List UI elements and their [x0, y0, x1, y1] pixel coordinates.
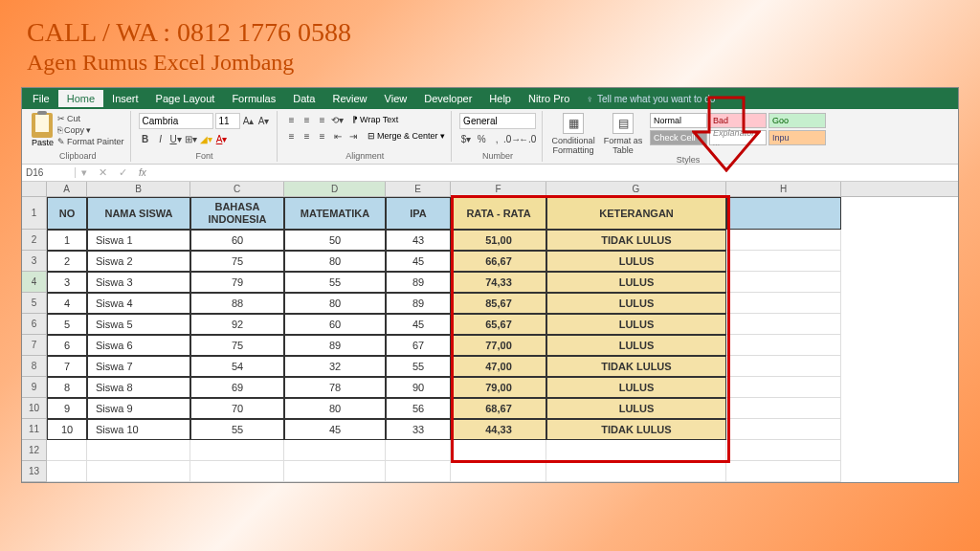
- cell-ipa[interactable]: 89: [386, 272, 451, 293]
- align-left-icon[interactable]: ≡: [285, 129, 299, 143]
- row-head[interactable]: 8: [22, 356, 47, 377]
- cell-ket[interactable]: TIDAK LULUS: [546, 230, 726, 251]
- cell-mat[interactable]: 50: [284, 230, 386, 251]
- tell-me[interactable]: ♀ Tell me what you want to do: [586, 94, 715, 104]
- col-B[interactable]: B: [87, 182, 190, 196]
- copy-button[interactable]: ⎘ Copy ▾: [57, 124, 124, 136]
- cell-bi[interactable]: 92: [190, 314, 284, 335]
- hdr-ket[interactable]: KETERANGAN: [546, 197, 726, 230]
- border-button[interactable]: ⊞▾: [185, 132, 198, 145]
- cell-mat[interactable]: 60: [284, 314, 386, 335]
- style-good[interactable]: Goo: [768, 113, 826, 128]
- cell-rata[interactable]: 65,67: [451, 314, 546, 335]
- row-head[interactable]: 5: [22, 293, 47, 314]
- cell-bi[interactable]: 70: [190, 398, 284, 419]
- align-top-icon[interactable]: ≡: [285, 113, 299, 126]
- cell-mat[interactable]: 89: [284, 335, 386, 356]
- enter-icon[interactable]: ✓: [113, 166, 133, 179]
- cell-blank[interactable]: [726, 230, 841, 251]
- cell-ipa[interactable]: 45: [386, 251, 451, 272]
- tab-formulas[interactable]: Formulas: [223, 90, 284, 107]
- indent-icon[interactable]: ⇥: [346, 129, 360, 143]
- cell-ket[interactable]: LULUS: [546, 377, 726, 398]
- cell-blank[interactable]: [726, 398, 841, 419]
- style-bad[interactable]: Bad: [709, 113, 767, 128]
- cell-no[interactable]: 9: [47, 398, 87, 419]
- percent-icon[interactable]: %: [475, 132, 488, 145]
- comma-icon[interactable]: ,: [490, 132, 503, 145]
- dedent-icon[interactable]: ⇤: [331, 129, 345, 143]
- col-D[interactable]: D: [284, 182, 386, 196]
- cell-mat[interactable]: 45: [284, 419, 386, 440]
- cell-no[interactable]: 6: [47, 335, 87, 356]
- cell-ipa[interactable]: 33: [386, 419, 451, 440]
- row-head[interactable]: 7: [22, 335, 47, 356]
- cell-no[interactable]: 3: [47, 272, 87, 293]
- cell-ket[interactable]: LULUS: [546, 314, 726, 335]
- cell-mat[interactable]: 80: [284, 398, 386, 419]
- hdr-mat[interactable]: MATEMATIKA: [284, 197, 386, 230]
- cell-bi[interactable]: 55: [190, 419, 284, 440]
- align-center-icon[interactable]: ≡: [301, 129, 314, 143]
- cell-blank[interactable]: [726, 272, 841, 293]
- cell-mat[interactable]: 80: [284, 251, 386, 272]
- hdr-rata[interactable]: RATA - RATA: [451, 197, 546, 230]
- cell-ipa[interactable]: 56: [386, 398, 451, 419]
- col-H[interactable]: H: [726, 182, 841, 196]
- cell-blank[interactable]: [726, 293, 841, 314]
- cell-blank[interactable]: [726, 251, 841, 272]
- currency-icon[interactable]: $▾: [459, 132, 473, 145]
- cell-mat[interactable]: 78: [284, 377, 386, 398]
- align-bot-icon[interactable]: ≡: [316, 113, 329, 126]
- hdr-blank[interactable]: [726, 197, 841, 230]
- cell-mat[interactable]: 55: [284, 272, 386, 293]
- cell-rata[interactable]: 74,33: [451, 272, 546, 293]
- cell-no[interactable]: 5: [47, 314, 87, 335]
- dec-decimal-icon[interactable]: ←.0: [521, 132, 534, 145]
- cell-ipa[interactable]: 43: [386, 230, 451, 251]
- style-explanatory[interactable]: Explanatory ...: [709, 130, 767, 145]
- fx-icon[interactable]: fx: [133, 167, 152, 178]
- cell-nama[interactable]: Siswa 4: [87, 293, 190, 314]
- style-input[interactable]: Inpu: [768, 130, 826, 145]
- style-check[interactable]: Check Cell: [650, 130, 707, 145]
- cell-rata[interactable]: 66,67: [451, 251, 546, 272]
- cell-ket[interactable]: LULUS: [546, 398, 726, 419]
- style-normal[interactable]: Normal: [650, 113, 707, 128]
- cell-nama[interactable]: Siswa 3: [87, 272, 190, 293]
- cell-nama[interactable]: Siswa 9: [87, 398, 190, 419]
- fill-color-button[interactable]: ◢▾: [200, 132, 213, 145]
- col-G[interactable]: G: [546, 182, 726, 196]
- format-painter-button[interactable]: ✎ Format Painter: [57, 136, 124, 147]
- cell-ket[interactable]: LULUS: [546, 251, 726, 272]
- cell-bi[interactable]: 79: [190, 272, 284, 293]
- italic-button[interactable]: I: [154, 132, 167, 145]
- font-size-select[interactable]: [215, 113, 240, 129]
- namebox-dropdown-icon[interactable]: ▾: [76, 166, 93, 179]
- col-F[interactable]: F: [451, 182, 546, 196]
- cell-styles[interactable]: Normal Bad Goo Check Cell Explanatory ..…: [650, 113, 826, 145]
- cell-no[interactable]: 4: [47, 293, 87, 314]
- cell-rata[interactable]: 85,67: [451, 293, 546, 314]
- cell-nama[interactable]: Siswa 1: [87, 230, 190, 251]
- cell-ipa[interactable]: 45: [386, 314, 451, 335]
- cell-ipa[interactable]: 55: [386, 356, 451, 377]
- cell-nama[interactable]: Siswa 6: [87, 335, 190, 356]
- cell-ket[interactable]: LULUS: [546, 293, 726, 314]
- tab-developer[interactable]: Developer: [415, 90, 480, 107]
- row-head[interactable]: 4: [22, 272, 47, 293]
- cell-mat[interactable]: 32: [284, 356, 386, 377]
- tab-home[interactable]: Home: [58, 90, 103, 107]
- cell-blank[interactable]: [726, 335, 841, 356]
- bold-button[interactable]: B: [139, 132, 152, 145]
- hdr-ipa[interactable]: IPA: [386, 197, 451, 230]
- cell-nama[interactable]: Siswa 8: [87, 377, 190, 398]
- cell-blank[interactable]: [726, 356, 841, 377]
- cell-rata[interactable]: 47,00: [451, 356, 546, 377]
- cell-nama[interactable]: Siswa 7: [87, 356, 190, 377]
- hdr-nama[interactable]: NAMA SISWA: [87, 197, 190, 230]
- cell-bi[interactable]: 75: [190, 251, 284, 272]
- row-head[interactable]: 9: [22, 377, 47, 398]
- cell-rata[interactable]: 51,00: [451, 230, 546, 251]
- cell-bi[interactable]: 75: [190, 335, 284, 356]
